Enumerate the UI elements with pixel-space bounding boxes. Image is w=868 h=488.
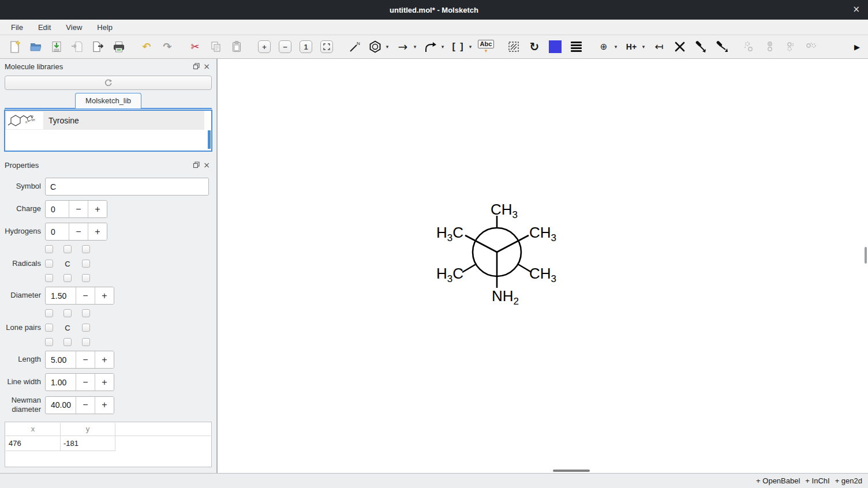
charge-decrement-button[interactable]: −	[69, 201, 88, 217]
charge-increment-button[interactable]: +	[88, 201, 107, 217]
newman-diameter-value[interactable]: 40.00	[46, 397, 76, 414]
lone-pair-checkbox[interactable]	[45, 324, 53, 332]
mechanism-arrow-tool[interactable]	[423, 39, 438, 54]
hydrogens-value[interactable]: 0	[46, 223, 69, 240]
radical-checkbox[interactable]	[45, 260, 53, 268]
redo-button[interactable]: ↷	[160, 39, 175, 54]
hash-bond-tool[interactable]	[714, 39, 729, 54]
coords-header-y[interactable]: y	[61, 423, 115, 436]
save-button[interactable]	[49, 39, 64, 54]
charge-tool[interactable]: ⊕	[596, 39, 611, 54]
lone-pair-checkbox[interactable]	[63, 309, 72, 317]
ring-tool-dropdown[interactable]: ▾	[384, 44, 391, 50]
rotate-tool[interactable]: ↻	[527, 39, 542, 54]
zoom-original-button[interactable]: 1	[298, 39, 313, 54]
copy-button[interactable]	[208, 39, 223, 54]
remove-hydrogens-button[interactable]	[762, 39, 777, 54]
ring-tool[interactable]	[368, 39, 383, 54]
newman-projection-molecule[interactable]: CH3 H3C CH3 H3C CH3 NH2	[218, 59, 868, 473]
mechanism-arrow-dropdown[interactable]: ▾	[439, 44, 446, 50]
charge-value[interactable]: 0	[46, 201, 69, 217]
menu-file[interactable]: File	[3, 21, 31, 34]
undo-button[interactable]: ↶	[139, 39, 154, 54]
line-width-value[interactable]: 1.00	[46, 374, 76, 391]
text-tool[interactable]: Abc ▾	[478, 39, 493, 54]
library-item-tyrosine[interactable]: H NH Tyrosine	[5, 111, 204, 130]
newman-diameter-decrement-button[interactable]: −	[76, 397, 95, 414]
bracket-tool[interactable]: [ ]	[451, 39, 466, 54]
menu-edit[interactable]: Edit	[31, 21, 58, 34]
length-value[interactable]: 5.00	[46, 351, 76, 368]
radical-checkbox[interactable]	[82, 245, 90, 253]
properties-close-button[interactable]: ×	[201, 160, 212, 170]
zoom-fit-button[interactable]	[319, 39, 334, 54]
wedge-bond-tool[interactable]	[693, 39, 708, 54]
radical-checkbox[interactable]	[63, 245, 72, 253]
charge-tool-dropdown[interactable]: ▾	[612, 44, 619, 50]
drawing-canvas[interactable]: CH3 H3C CH3 H3C CH3 NH2	[217, 59, 868, 473]
color-picker-button[interactable]	[548, 39, 563, 54]
lone-pair-checkbox[interactable]	[82, 324, 90, 332]
lone-pair-checkbox[interactable]	[82, 309, 90, 317]
newman-diameter-increment-button[interactable]: +	[95, 397, 114, 414]
coords-header-x[interactable]: x	[6, 423, 61, 436]
length-increment-button[interactable]: +	[95, 351, 114, 368]
paste-button[interactable]	[229, 39, 244, 54]
arrow-tool[interactable]: →	[395, 39, 410, 54]
show-radicals-button[interactable]	[804, 39, 819, 54]
library-refresh-button[interactable]	[5, 76, 212, 90]
line-width-button[interactable]	[568, 39, 583, 54]
canvas-vertical-scrollbar[interactable]	[865, 247, 867, 264]
radical-checkbox[interactable]	[82, 274, 90, 282]
hydrogens-decrement-button[interactable]: −	[69, 223, 88, 240]
radical-checkbox[interactable]	[63, 274, 72, 282]
status-gen2d: + gen2d	[835, 476, 862, 485]
zoom-in-button[interactable]: +	[257, 39, 272, 54]
canvas-horizontal-scrollbar[interactable]	[553, 470, 590, 472]
hydrogens-increment-button[interactable]: +	[88, 223, 107, 240]
selection-tool[interactable]	[506, 39, 521, 54]
radical-checkbox[interactable]	[45, 274, 53, 282]
line-width-decrement-button[interactable]: −	[76, 374, 95, 391]
library-list-scrollbar[interactable]	[208, 130, 211, 149]
radical-checkbox[interactable]	[82, 260, 90, 268]
lone-pair-checkbox[interactable]	[82, 338, 90, 346]
electron-flow-tool[interactable]: ↤	[652, 39, 667, 54]
coords-cell-y[interactable]: -181	[61, 436, 115, 451]
radical-checkbox[interactable]	[45, 245, 53, 253]
cut-button[interactable]: ✂	[188, 39, 203, 54]
hydrogen-tool[interactable]: H+	[624, 39, 639, 54]
window-close-button[interactable]: ×	[852, 4, 860, 14]
show-lone-pairs-button[interactable]	[783, 39, 798, 54]
menu-view[interactable]: View	[58, 21, 89, 34]
zoom-out-button[interactable]: −	[278, 39, 293, 54]
toolbar-expander[interactable]: ▶	[854, 43, 860, 51]
line-width-increment-button[interactable]: +	[95, 374, 114, 391]
open-file-button[interactable]	[28, 39, 43, 54]
lone-pair-checkbox[interactable]	[45, 309, 53, 317]
libraries-close-button[interactable]: ×	[201, 62, 212, 71]
coords-cell-x[interactable]: 476	[6, 436, 61, 451]
diameter-increment-button[interactable]: +	[95, 287, 114, 304]
import-button[interactable]	[70, 39, 85, 54]
add-hydrogens-button[interactable]	[742, 39, 757, 54]
delete-tool[interactable]	[672, 39, 687, 54]
lone-pair-checkbox[interactable]	[45, 338, 53, 346]
new-file-button[interactable]	[8, 39, 23, 54]
wedge-hammer-icon	[694, 40, 707, 53]
length-decrement-button[interactable]: −	[76, 351, 95, 368]
arrow-tool-dropdown[interactable]: ▾	[411, 44, 418, 50]
libraries-float-button[interactable]	[191, 62, 201, 71]
menu-help[interactable]: Help	[89, 21, 120, 34]
symbol-input[interactable]	[45, 178, 209, 196]
print-button[interactable]	[111, 39, 126, 54]
bracket-tool-dropdown[interactable]: ▾	[467, 44, 474, 50]
diameter-value[interactable]: 1.50	[46, 287, 76, 304]
tab-molsketch-lib[interactable]: Molsketch_lib	[75, 93, 141, 108]
diameter-decrement-button[interactable]: −	[76, 287, 95, 304]
hydrogen-tool-dropdown[interactable]: ▾	[640, 44, 647, 50]
properties-float-button[interactable]	[191, 160, 201, 170]
export-button[interactable]	[91, 39, 106, 54]
draw-bond-tool[interactable]: N	[347, 39, 362, 54]
lone-pair-checkbox[interactable]	[63, 338, 72, 346]
